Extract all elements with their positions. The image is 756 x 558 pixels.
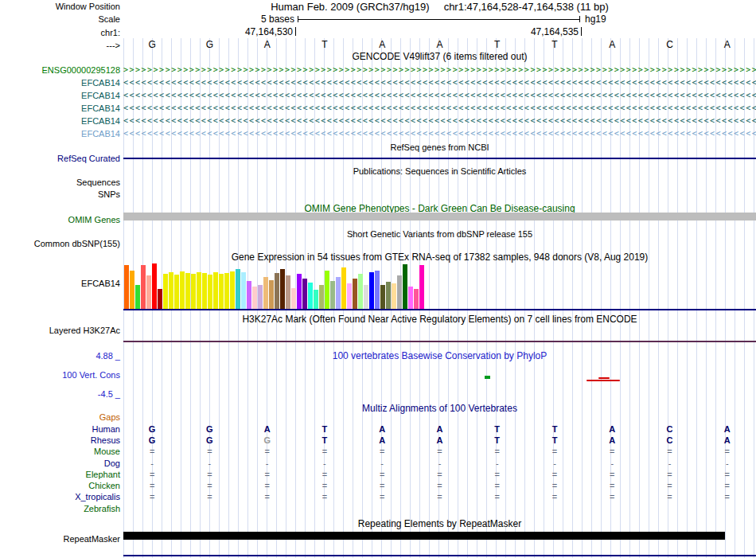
gtex-track-title[interactable]: Gene Expression in 54 tissues from GTEx … [123, 252, 756, 263]
gtex-bar[interactable] [130, 271, 134, 309]
gtex-bar[interactable] [325, 271, 329, 309]
gene-arrow-line[interactable]: <<<<<<<<<<<<<<<<<<<<<<<<<<<<<<<<<<<<<<<<… [123, 116, 756, 127]
conservation-label[interactable]: 100 Vert. Cons [0, 369, 120, 380]
gtex-bar[interactable] [247, 281, 251, 309]
publications-track-title[interactable]: Publications: Sequences in Scientific Ar… [123, 166, 756, 177]
multiz-species-label[interactable]: Human [0, 423, 120, 435]
gtex-bar[interactable] [241, 272, 246, 309]
omim-genes-label[interactable]: OMIM Genes [0, 214, 120, 225]
gtex-bar[interactable] [174, 275, 179, 309]
omim-gene-item[interactable] [123, 213, 756, 220]
gene-track-label[interactable]: EFCAB14 [0, 77, 120, 88]
gene-arrow-line[interactable]: >>>>>>>>>>>>>>>>>>>>>>>>>>>>>>>>>>>>>>>>… [123, 65, 756, 76]
gtex-bar[interactable] [291, 288, 296, 309]
gtex-bar[interactable] [369, 272, 374, 309]
repeatmasker-label[interactable]: RepeatMasker [0, 533, 120, 544]
gtex-bar[interactable] [263, 277, 268, 309]
refseq-track-title[interactable]: RefSeq genes from NCBI [123, 142, 756, 153]
h3k27ac-track-title[interactable]: H3K27Ac Mark (Often Found Near Active Re… [123, 314, 756, 325]
gtex-bar[interactable] [358, 274, 363, 309]
multiz-species-label[interactable]: Rhesus [0, 435, 120, 446]
gtex-bar[interactable] [230, 271, 235, 309]
gtex-bar[interactable] [191, 274, 196, 309]
gtex-bar[interactable] [197, 272, 201, 309]
multiz-track-title[interactable]: Multiz Alignments of 100 Vertebrates [123, 403, 756, 414]
multiz-species-label[interactable]: Zebrafish [0, 503, 120, 514]
gtex-bar[interactable] [314, 290, 318, 309]
refseq-curated-label[interactable]: RefSeq Curated [0, 153, 120, 164]
gtex-bar[interactable] [375, 271, 380, 309]
multiz-gaps-label[interactable]: Gaps [0, 412, 120, 423]
h3k27ac-signal-line[interactable] [123, 341, 756, 342]
gene-arrow-line[interactable]: <<<<<<<<<<<<<<<<<<<<<<<<<<<<<<<<<<<<<<<<… [123, 129, 756, 139]
gtex-bar[interactable] [158, 289, 162, 309]
gtex-bar[interactable] [308, 283, 313, 309]
conservation-negative-mark[interactable] [586, 380, 620, 381]
gtex-bar[interactable] [392, 283, 396, 309]
gtex-bar[interactable] [124, 265, 129, 309]
multiz-alignment-row[interactable]: ----------- [123, 458, 756, 469]
dbsnp-track-title[interactable]: Short Genetic Variants from dbSNP releas… [123, 228, 756, 240]
sequences-label[interactable]: Sequences [0, 177, 120, 188]
gtex-gene-label[interactable]: EFCAB14 [0, 278, 120, 289]
gtex-bar[interactable] [208, 275, 212, 309]
snps-label[interactable]: SNPs [0, 189, 120, 200]
multiz-species-label[interactable]: X_tropicalis [0, 491, 120, 502]
gtex-bar[interactable] [414, 289, 419, 309]
gtex-bar[interactable] [141, 265, 146, 309]
multiz-alignment-row[interactable]: GGGTAATTACA [123, 435, 756, 446]
multiz-alignment-row[interactable]: GGATAATTACA [123, 423, 756, 435]
gtex-bar[interactable] [286, 275, 290, 309]
gtex-bar[interactable] [330, 281, 335, 309]
gtex-bar[interactable] [213, 272, 218, 309]
conservation-track-title[interactable]: 100 vertebrates Basewise Conservation by… [123, 350, 756, 361]
gene-track-label[interactable]: EFCAB14 [0, 90, 120, 101]
gtex-bar[interactable] [380, 285, 385, 309]
gtex-bar[interactable] [386, 282, 391, 309]
gtex-bar-chart[interactable] [124, 263, 745, 309]
gene-arrow-line[interactable]: <<<<<<<<<<<<<<<<<<<<<<<<<<<<<<<<<<<<<<<<… [123, 103, 756, 114]
gtex-bar[interactable] [302, 279, 307, 309]
gtex-bar[interactable] [146, 275, 151, 309]
repeatmasker-item[interactable] [123, 532, 725, 540]
gtex-bar[interactable] [297, 274, 302, 309]
multiz-species-label[interactable]: Chicken [0, 480, 120, 491]
gtex-bar[interactable] [152, 263, 157, 309]
gtex-bar[interactable] [185, 273, 190, 309]
multiz-alignment-row[interactable]: =========== [123, 480, 756, 491]
conservation-positive-mark[interactable] [485, 376, 490, 379]
gtex-bar[interactable] [275, 273, 279, 309]
multiz-alignment-row[interactable]: =========== [123, 469, 756, 480]
gene-arrow-line[interactable]: <<<<<<<<<<<<<<<<<<<<<<<<<<<<<<<<<<<<<<<<… [123, 78, 756, 88]
gtex-bar[interactable] [269, 280, 274, 309]
gtex-bar[interactable] [202, 273, 207, 309]
gene-track-label[interactable]: EFCAB14 [0, 128, 120, 139]
gtex-bar[interactable] [280, 269, 285, 309]
gtex-bar[interactable] [347, 283, 352, 309]
gtex-bar[interactable] [224, 273, 229, 309]
gtex-bar[interactable] [364, 285, 368, 309]
gtex-bar[interactable] [180, 271, 185, 309]
repeatmasker-track-title[interactable]: Repeating Elements by RepeatMasker [123, 518, 756, 529]
multiz-species-label[interactable]: Elephant [0, 469, 120, 480]
gtex-bar[interactable] [169, 272, 173, 309]
gtex-bar[interactable] [319, 285, 324, 309]
gene-arrow-line[interactable]: <<<<<<<<<<<<<<<<<<<<<<<<<<<<<<<<<<<<<<<<… [123, 91, 756, 101]
gtex-bar[interactable] [236, 269, 240, 309]
multiz-alignment-row[interactable] [123, 503, 756, 514]
multiz-alignment-row[interactable]: =========== [123, 446, 756, 457]
gtex-bar[interactable] [397, 275, 402, 309]
gene-track-label[interactable]: EFCAB14 [0, 103, 120, 114]
gtex-bar[interactable] [353, 279, 357, 309]
multiz-species-label[interactable]: Dog [0, 458, 120, 469]
gtex-bar[interactable] [341, 267, 346, 309]
conservation-negative-mark[interactable] [598, 377, 610, 379]
refseq-curated-item[interactable] [123, 158, 756, 159]
gtex-bar[interactable] [219, 274, 224, 309]
dbsnp-label[interactable]: Common dbSNP(155) [0, 238, 120, 249]
multiz-species-label[interactable]: Mouse [0, 446, 120, 457]
gtex-bar[interactable] [258, 285, 263, 309]
gene-track-label[interactable]: EFCAB14 [0, 115, 120, 127]
gtex-bar[interactable] [135, 285, 140, 309]
gene-track-label[interactable]: ENSG00000295128 [0, 64, 120, 76]
